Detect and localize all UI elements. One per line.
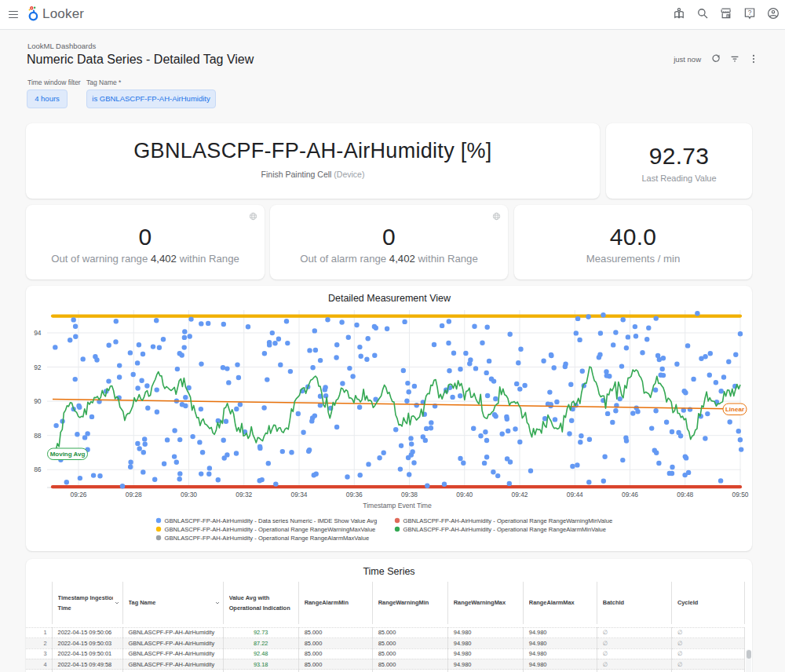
svg-text:Linear: Linear xyxy=(725,406,744,413)
svg-text:09:38: 09:38 xyxy=(401,491,418,499)
svg-text:09:48: 09:48 xyxy=(677,491,693,499)
svg-text:09:28: 09:28 xyxy=(126,491,142,499)
svg-text:Moving Avg: Moving Avg xyxy=(50,451,86,458)
svg-text:Detailed Measurement View: Detailed Measurement View xyxy=(328,293,451,304)
svg-text:92: 92 xyxy=(34,363,42,371)
svg-text:09:34: 09:34 xyxy=(291,491,308,499)
svg-text:88: 88 xyxy=(34,432,42,440)
svg-text:09:26: 09:26 xyxy=(71,491,87,499)
svg-text:09:50: 09:50 xyxy=(732,491,749,499)
svg-text:GBNLASCPF-FP-AH-AirHumidity -: GBNLASCPF-FP-AH-AirHumidity - Operationa… xyxy=(165,535,370,542)
svg-text:09:32: 09:32 xyxy=(236,491,252,499)
svg-text:94: 94 xyxy=(34,329,42,337)
svg-text:09:42: 09:42 xyxy=(512,491,528,499)
svg-text:GBNLASCPF-FP-AH-AirHumidity -: GBNLASCPF-FP-AH-AirHumidity - Operationa… xyxy=(403,526,607,533)
svg-text:90: 90 xyxy=(34,397,42,405)
svg-text:86: 86 xyxy=(34,466,42,473)
svg-text:09:46: 09:46 xyxy=(622,491,638,499)
svg-text:?: ? xyxy=(748,9,752,16)
svg-text:GBNLASCPF-FP-AH-AirHumidity -: GBNLASCPF-FP-AH-AirHumidity - Data serie… xyxy=(165,517,378,524)
svg-text:GBNLASCPF-FP-AH-AirHumidity -: GBNLASCPF-FP-AH-AirHumidity - Operationa… xyxy=(165,526,376,533)
svg-text:Timestamp Event Time: Timestamp Event Time xyxy=(363,502,432,509)
svg-text:GBNLASCPF-FP-AH-AirHumidity -: GBNLASCPF-FP-AH-AirHumidity - Operationa… xyxy=(403,517,613,524)
svg-text:09:40: 09:40 xyxy=(456,491,473,499)
svg-text:09:44: 09:44 xyxy=(567,491,583,499)
svg-text:09:30: 09:30 xyxy=(181,491,197,499)
svg-text:09:36: 09:36 xyxy=(346,491,363,499)
